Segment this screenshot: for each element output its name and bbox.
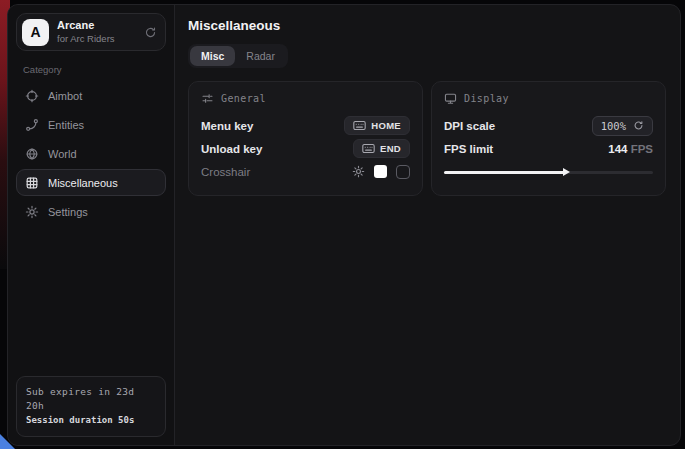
fps-limit-label: FPS limit [444,143,493,155]
sidebar-item-world[interactable]: World [16,140,166,167]
fps-limit-value: 144 FPS [608,143,653,155]
gear-icon [25,205,39,219]
fps-slider-thumb[interactable] [563,168,570,176]
keyboard-icon [353,120,366,131]
menu-key-label: Menu key [201,120,253,132]
monitor-icon [444,92,457,105]
fps-unit: FPS [631,143,653,155]
brand-subtitle: for Arc Riders [57,33,136,45]
sidebar-item-aimbot[interactable]: Aimbot [16,82,166,109]
tab-bar: Misc Radar [188,44,288,68]
sidebar-item-label: Aimbot [48,90,82,102]
display-panel-header: Display [444,92,653,105]
crosshair-label: Crosshair [201,166,250,178]
sidebar-item-entities[interactable]: Entities [16,111,166,138]
display-panel-title: Display [464,93,509,104]
sidebar-item-label: World [48,148,77,160]
dpi-scale-row: DPI scale 100% [444,114,653,137]
dpi-scale-label: DPI scale [444,120,495,132]
fps-slider[interactable] [444,167,653,177]
sidebar-item-settings[interactable]: Settings [16,198,166,225]
sidebar-item-label: Settings [48,206,88,218]
category-label: Category [23,64,166,75]
brand-logo: A [22,19,49,46]
menu-key-button[interactable]: HOME [344,116,410,135]
menu-key-row: Menu key HOME [201,114,410,137]
tab-misc[interactable]: Misc [190,46,235,66]
sub-expires-text: Sub expires in 23d 20h [26,385,156,414]
grid-icon [25,176,39,190]
sidebar-nav: Aimbot Entities World [16,82,166,225]
menu-key-value: HOME [371,120,401,131]
page-title: Miscellaneous [188,18,666,33]
general-panel: General Menu key HOME Unload key [188,81,423,196]
crosshair-row: Crosshair [201,160,410,183]
subscription-info: Sub expires in 23d 20h Session duration … [16,376,166,437]
entities-icon [25,118,39,132]
fps-limit-row: FPS limit 144 FPS [444,137,653,160]
globe-icon [25,147,39,161]
dpi-scale-button[interactable]: 100% [592,116,653,136]
unload-key-button[interactable]: END [353,139,410,158]
sliders-icon [201,92,214,105]
brand-card: A Arcane for Arc Riders [16,13,166,51]
tab-radar[interactable]: Radar [235,46,286,66]
sidebar-item-label: Miscellaneous [48,177,118,189]
main-content: Miscellaneous Misc Radar General Menu ke… [175,5,680,445]
cycle-icon [633,120,644,131]
unload-key-row: Unload key END [201,137,410,160]
sidebar-item-miscellaneous[interactable]: Miscellaneous [16,169,166,196]
crosshair-controls [352,165,410,179]
sidebar: A Arcane for Arc Riders Category Aimbot [8,5,175,445]
crosshair-icon [25,89,39,103]
crosshair-settings-gear-icon[interactable] [352,165,365,178]
dpi-scale-value: 100% [601,120,626,132]
unload-key-label: Unload key [201,143,262,155]
general-panel-title: General [221,93,266,104]
keyboard-icon [362,143,375,154]
session-duration-text: Session duration 50s [26,414,156,428]
crosshair-checkbox[interactable] [396,165,410,179]
display-panel: Display DPI scale 100% FPS limit [431,81,666,196]
brand-text: Arcane for Arc Riders [57,19,136,45]
panels-row: General Menu key HOME Unload key [188,81,666,196]
general-panel-header: General [201,92,410,105]
fps-slider-fill [444,171,565,174]
fps-number: 144 [608,143,627,155]
app-window: A Arcane for Arc Riders Category Aimbot [7,4,681,446]
refresh-icon[interactable] [144,26,157,39]
sidebar-item-label: Entities [48,119,84,131]
unload-key-value: END [380,143,401,154]
brand-title: Arcane [57,19,136,33]
crosshair-color-swatch[interactable] [374,165,387,178]
